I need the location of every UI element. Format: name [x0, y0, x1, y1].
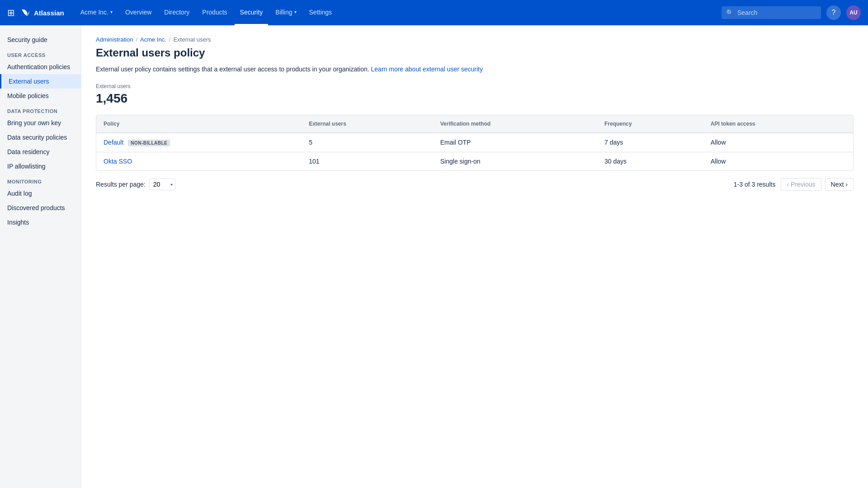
sidebar-item-ip-allowlist[interactable]: IP allowlisting	[0, 159, 81, 174]
sidebar-item-mobile[interactable]: Mobile policies	[0, 89, 81, 103]
breadcrumb-administration[interactable]: Administration	[96, 36, 133, 43]
chevron-left-icon: ‹	[787, 181, 789, 188]
learn-more-link[interactable]: Learn more about external user security	[371, 66, 483, 73]
policy-link-default[interactable]: Default	[104, 139, 123, 146]
col-external-users: External users	[302, 115, 433, 133]
cell-frequency: 7 days	[597, 133, 703, 152]
results-per-page-label: Results per page:	[96, 181, 146, 188]
chevron-right-icon: ›	[845, 181, 848, 188]
topnav-right: 🔍 ? AU	[722, 5, 861, 20]
cell-verification: Email OTP	[433, 133, 597, 152]
nav-directory[interactable]: Directory	[159, 0, 195, 25]
pagination: Results per page: 20 50 100 1-3 of 3 res…	[96, 178, 854, 191]
sidebar-item-data-residency[interactable]: Data residency	[0, 145, 81, 159]
search-icon: 🔍	[726, 9, 734, 16]
cell-frequency: 30 days	[597, 152, 703, 170]
chevron-icon: ▾	[110, 9, 113, 14]
nav-overview[interactable]: Overview	[120, 0, 157, 25]
ext-users-count: 1,456	[96, 91, 854, 106]
cell-api-access: Allow	[703, 152, 853, 170]
cell-ext-users: 101	[302, 152, 433, 170]
sidebar-section-user-access: USER ACCESS	[0, 47, 81, 60]
non-billable-badge: NON-BILLABLE	[128, 140, 170, 146]
page-layout: Security guide USER ACCESS Authenticatio…	[0, 25, 868, 488]
chevron-icon: ▾	[294, 9, 297, 14]
cell-api-access: Allow	[703, 133, 853, 152]
policy-table: Policy External users Verification metho…	[96, 115, 853, 170]
search-box[interactable]: 🔍	[722, 6, 821, 19]
table-row: Default NON-BILLABLE 5 Email OTP 7 days …	[96, 133, 853, 152]
sidebar-section-data-protection: DATA PROTECTION	[0, 103, 81, 116]
sidebar-item-external-users[interactable]: External users	[0, 74, 81, 89]
previous-button[interactable]: ‹ Previous	[781, 178, 821, 191]
col-verification: Verification method	[433, 115, 597, 133]
table-header: Policy External users Verification metho…	[96, 115, 853, 133]
cell-ext-users: 5	[302, 133, 433, 152]
main-nav: Acme Inc. ▾ Overview Directory Products …	[75, 0, 718, 25]
sidebar-item-data-security[interactable]: Data security policies	[0, 130, 81, 145]
apps-icon[interactable]: ⊞	[7, 7, 15, 18]
results-per-page: Results per page: 20 50 100	[96, 178, 175, 190]
pagination-right: 1-3 of 3 results ‹ Previous Next ›	[734, 178, 854, 191]
breadcrumb: Administration / Acme Inc. / External us…	[96, 36, 854, 43]
policy-table-container: Policy External users Verification metho…	[96, 115, 854, 171]
per-page-select-wrapper: 20 50 100	[149, 178, 175, 190]
col-frequency: Frequency	[597, 115, 703, 133]
cell-policy: Okta SSO	[96, 152, 302, 170]
sidebar: Security guide USER ACCESS Authenticatio…	[0, 25, 81, 488]
avatar[interactable]: AU	[846, 5, 861, 20]
sidebar-item-insights[interactable]: Insights	[0, 215, 81, 230]
sidebar-section-monitoring: MONITORING	[0, 174, 81, 186]
col-policy: Policy	[96, 115, 302, 133]
pagination-info: 1-3 of 3 results	[734, 181, 776, 188]
breadcrumb-sep-1: /	[136, 36, 137, 43]
atlassian-logo[interactable]: Atlassian	[20, 7, 64, 18]
main-content: Reset sessions ··· Administration / Acme…	[81, 25, 868, 488]
sidebar-item-security-guide[interactable]: Security guide	[0, 33, 81, 47]
help-button[interactable]: ?	[826, 5, 841, 20]
sidebar-item-byok[interactable]: Bring your own key	[0, 116, 81, 130]
nav-billing[interactable]: Billing ▾	[270, 0, 302, 25]
sidebar-item-discovered[interactable]: Discovered products	[0, 201, 81, 215]
breadcrumb-current: External users	[173, 36, 211, 43]
per-page-select[interactable]: 20 50 100	[149, 178, 175, 190]
breadcrumb-acme-inc[interactable]: Acme Inc.	[140, 36, 166, 43]
policy-link-okta[interactable]: Okta SSO	[104, 158, 132, 165]
sidebar-item-authentication[interactable]: Authentication policies	[0, 60, 81, 74]
col-api-token: API token access	[703, 115, 853, 133]
table-body: Default NON-BILLABLE 5 Email OTP 7 days …	[96, 133, 853, 170]
nav-acme-inc[interactable]: Acme Inc. ▾	[75, 0, 118, 25]
next-button[interactable]: Next ›	[825, 178, 854, 191]
page-description: External user policy contains settings t…	[96, 65, 854, 74]
sidebar-item-audit-log[interactable]: Audit log	[0, 186, 81, 201]
search-input[interactable]	[737, 9, 816, 16]
logo-text: Atlassian	[34, 9, 64, 17]
ext-users-label: External users	[96, 83, 854, 89]
top-navigation: ⊞ Atlassian Acme Inc. ▾ Overview Directo…	[0, 0, 868, 25]
cell-verification: Single sign-on	[433, 152, 597, 170]
nav-settings[interactable]: Settings	[304, 0, 338, 25]
page-title: External users policy	[96, 47, 854, 59]
cell-policy: Default NON-BILLABLE	[96, 133, 302, 152]
nav-products[interactable]: Products	[197, 0, 232, 25]
breadcrumb-sep-2: /	[169, 36, 171, 43]
table-row: Okta SSO 101 Single sign-on 30 days Allo…	[96, 152, 853, 170]
nav-security[interactable]: Security	[235, 0, 269, 25]
